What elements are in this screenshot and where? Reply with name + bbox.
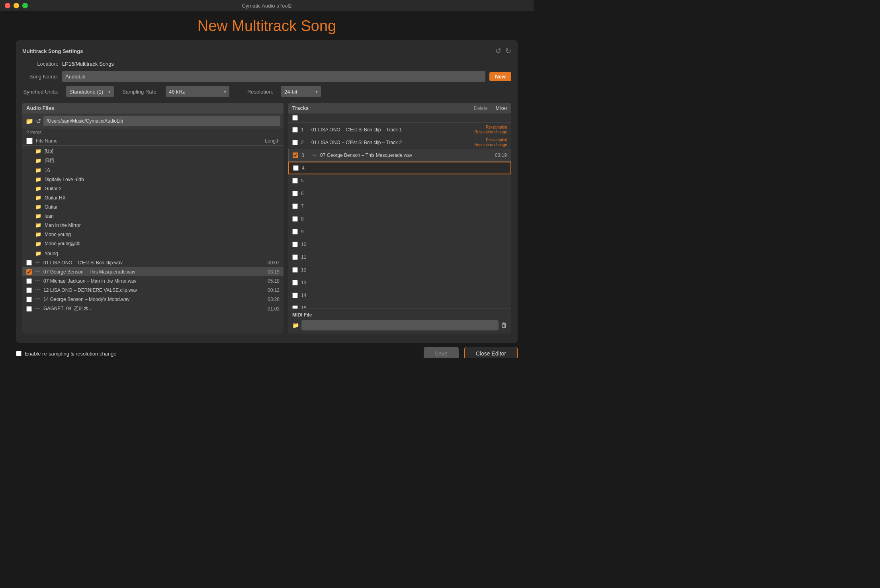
close-editor-button[interactable]: Close Editor bbox=[464, 347, 518, 358]
redo-button[interactable]: ↻ bbox=[505, 47, 511, 55]
midi-folder-icon[interactable]: 📁 bbox=[292, 322, 299, 328]
track-checkbox[interactable] bbox=[292, 280, 298, 285]
file-checkbox[interactable] bbox=[26, 287, 32, 293]
track-row[interactable]: 12 bbox=[288, 264, 511, 276]
audio-file-length: 01:03 bbox=[260, 306, 280, 312]
refresh-icon[interactable]: ↺ bbox=[36, 117, 41, 125]
new-badge: New bbox=[489, 72, 511, 81]
track-row[interactable]: 5 bbox=[288, 174, 511, 187]
track-row[interactable]: 1 01 LISA ONO – C'Est Si Bon.clip – Trac… bbox=[288, 123, 511, 136]
folder-item-icon: 📁 bbox=[35, 250, 41, 256]
list-item[interactable]: 📁 Man in the Mirror bbox=[22, 221, 284, 230]
list-item[interactable]: 📁 Guitar bbox=[22, 202, 284, 211]
song-name-input[interactable] bbox=[62, 71, 485, 82]
track-row[interactable]: 11 bbox=[288, 251, 511, 264]
mixer-button[interactable]: Mixer bbox=[496, 105, 507, 111]
file-checkbox[interactable] bbox=[26, 297, 32, 302]
track-checkbox[interactable] bbox=[292, 229, 298, 234]
list-item[interactable]: 📁 16 bbox=[22, 166, 284, 175]
track-warning: Re-sampledResolution change bbox=[474, 138, 507, 147]
file-checkbox[interactable] bbox=[26, 278, 32, 284]
track-row[interactable]: 15 bbox=[288, 302, 511, 309]
track-number: 7 bbox=[301, 203, 308, 209]
track-number: 2 bbox=[301, 140, 308, 145]
track-checkbox[interactable] bbox=[292, 254, 298, 260]
midi-trash-icon[interactable]: 🗑 bbox=[501, 322, 507, 329]
track-checkbox[interactable] bbox=[292, 216, 298, 222]
track-duration: 03:19 bbox=[495, 152, 507, 158]
file-checkbox[interactable] bbox=[26, 306, 32, 312]
maximize-window-button[interactable] bbox=[22, 3, 28, 8]
track-row-drop-target[interactable]: 4 bbox=[288, 162, 511, 174]
audio-wave-icon: 〰 bbox=[35, 306, 40, 312]
track-row[interactable]: 7 bbox=[288, 200, 511, 213]
folder-item-icon: 📁 bbox=[35, 241, 41, 247]
list-item[interactable]: 〰 01 LISA ONO – C'Est Si Bon.clip.wav 00… bbox=[22, 258, 284, 267]
list-item[interactable]: 📁 归档 bbox=[22, 156, 284, 166]
synched-units-wrapper: Standalone (1) ▼ bbox=[66, 86, 114, 97]
track-checkbox[interactable] bbox=[292, 305, 298, 309]
select-all-files-checkbox[interactable] bbox=[26, 138, 33, 144]
delete-button[interactable]: Delete bbox=[474, 105, 488, 111]
minimize-window-button[interactable] bbox=[14, 3, 19, 8]
track-row-dragging[interactable]: 3 〰 07 George Benson – This Masquerade.w… bbox=[288, 149, 511, 162]
track-checkbox[interactable] bbox=[292, 242, 298, 247]
track-number: 15 bbox=[301, 305, 308, 309]
folder-name: luan bbox=[45, 213, 280, 219]
list-item[interactable]: 〰 14 George Benson – Moody's Mood.wav 03… bbox=[22, 295, 284, 304]
close-window-button[interactable] bbox=[5, 3, 10, 8]
track-checkbox[interactable] bbox=[292, 191, 298, 196]
track-number: 12 bbox=[301, 267, 308, 273]
track-row[interactable]: 14 bbox=[288, 289, 511, 302]
file-checkbox[interactable] bbox=[26, 260, 32, 266]
app-title: New Multitrack Song bbox=[0, 11, 534, 40]
undo-button[interactable]: ↺ bbox=[495, 47, 501, 55]
track-checkbox[interactable] bbox=[292, 267, 298, 273]
track-row[interactable]: 9 bbox=[288, 225, 511, 238]
sampling-rate-select[interactable]: 48 kHz 44.1 kHz bbox=[166, 86, 229, 97]
track-checkbox[interactable] bbox=[292, 203, 298, 209]
bottom-actions: Save Close Editor bbox=[424, 347, 518, 358]
audio-wave-icon: 〰 bbox=[312, 152, 317, 158]
title-bar: Cymatic Audio uTool2 bbox=[0, 0, 534, 11]
list-item[interactable]: 📁 Mono young副本 bbox=[22, 239, 284, 249]
list-item[interactable]: 📁 luan bbox=[22, 211, 284, 221]
list-item[interactable]: 📁 [Up] bbox=[22, 147, 284, 156]
list-item[interactable]: 📁 Guitar HX bbox=[22, 193, 284, 202]
list-item[interactable]: 📁 Young bbox=[22, 249, 284, 258]
resample-label: Enable re-sampling & resolution change bbox=[25, 351, 117, 357]
save-button[interactable]: Save bbox=[424, 347, 459, 358]
synched-units-select[interactable]: Standalone (1) bbox=[66, 86, 114, 97]
list-item[interactable]: 📁 Guitar 2 bbox=[22, 184, 284, 193]
resolution-wrapper: 24-bit 16-bit ▼ bbox=[281, 86, 321, 97]
list-item[interactable]: 〰 07 George Benson – This Masquerade.wav… bbox=[22, 267, 284, 276]
track-checkbox[interactable] bbox=[293, 152, 298, 158]
list-item[interactable]: 〰 12 LISA ONO – DERNIERE VALSE.clip.wav … bbox=[22, 285, 284, 295]
track-row[interactable]: 2 01 LISA ONO – C'Est Si Bon.clip – Trac… bbox=[288, 136, 511, 149]
list-item[interactable]: 〰 GAGNET_04_乙叶木... 01:03 bbox=[22, 304, 284, 314]
track-row[interactable]: 8 bbox=[288, 213, 511, 225]
folder-icon[interactable]: 📁 bbox=[25, 117, 33, 125]
track-checkbox[interactable] bbox=[292, 127, 298, 133]
list-item[interactable]: 〰 07 Michael Jackson – Man in the Mirror… bbox=[22, 276, 284, 285]
sampling-rate-wrapper: 48 kHz 44.1 kHz ▼ bbox=[166, 86, 229, 97]
track-row[interactable]: 13 bbox=[288, 276, 511, 289]
track-checkbox[interactable] bbox=[293, 165, 299, 171]
resample-checkbox[interactable] bbox=[16, 351, 22, 356]
file-list-header: File Name Length bbox=[22, 137, 284, 146]
folder-name: Man in the Mirror bbox=[45, 223, 280, 228]
folder-item-icon: 📁 bbox=[35, 186, 41, 191]
track-checkbox[interactable] bbox=[292, 293, 298, 298]
track-row[interactable]: 10 bbox=[288, 238, 511, 251]
track-checkbox[interactable] bbox=[292, 178, 298, 184]
resolution-select[interactable]: 24-bit 16-bit bbox=[281, 86, 321, 97]
list-item[interactable]: 📁 Mono young bbox=[22, 230, 284, 239]
folder-item-icon: 📁 bbox=[35, 176, 41, 182]
midi-section: MIDI File 📁 🗑 bbox=[288, 309, 511, 334]
track-row[interactable]: 6 bbox=[288, 187, 511, 200]
list-item[interactable]: 📁 Digitally Love -6db bbox=[22, 175, 284, 184]
file-checkbox[interactable] bbox=[26, 269, 32, 275]
select-all-tracks-checkbox[interactable] bbox=[292, 115, 298, 121]
track-checkbox[interactable] bbox=[292, 140, 298, 145]
midi-file-input[interactable] bbox=[301, 320, 499, 330]
